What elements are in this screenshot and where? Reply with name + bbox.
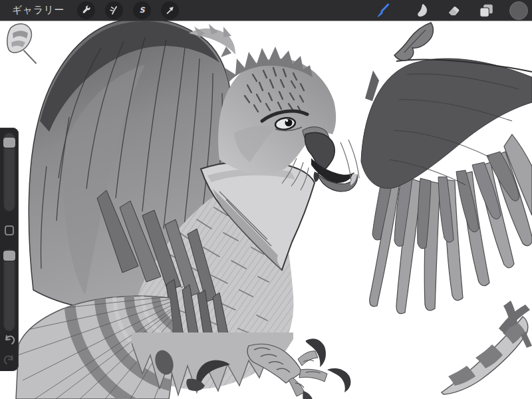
paint-tool-button[interactable] bbox=[374, 2, 391, 19]
redo-button[interactable] bbox=[1, 352, 17, 368]
smudge-finger-icon bbox=[414, 2, 431, 19]
top-toolbar: ギャラリー S bbox=[0, 0, 532, 21]
procreate-window: ギャラリー S bbox=[0, 0, 532, 399]
opacity-handle[interactable] bbox=[3, 251, 15, 261]
drawing-canvas[interactable] bbox=[0, 0, 532, 399]
selection-s-icon: S bbox=[136, 5, 148, 16]
brush-size-handle[interactable] bbox=[3, 138, 15, 148]
paintbrush-icon bbox=[374, 2, 391, 19]
color-swatch-button[interactable] bbox=[509, 1, 528, 20]
actions-button[interactable] bbox=[77, 1, 95, 19]
redo-icon bbox=[2, 353, 17, 368]
magic-wand-icon bbox=[108, 5, 120, 16]
hawk-artwork bbox=[0, 0, 532, 399]
wrench-icon bbox=[80, 5, 92, 16]
layers-icon bbox=[477, 2, 495, 19]
brush-size-slider[interactable] bbox=[3, 132, 15, 211]
undo-button[interactable] bbox=[1, 332, 17, 348]
selection-button[interactable]: S bbox=[133, 1, 151, 19]
transform-arrow-icon bbox=[164, 5, 176, 16]
undo-icon bbox=[2, 333, 17, 348]
toolbar-right-group bbox=[374, 1, 532, 20]
eraser-icon bbox=[446, 3, 462, 19]
gallery-button[interactable]: ギャラリー bbox=[12, 4, 67, 17]
smudge-tool-button[interactable] bbox=[414, 2, 431, 19]
adjustments-button[interactable] bbox=[105, 1, 123, 19]
transform-button[interactable] bbox=[161, 1, 179, 19]
opacity-slider[interactable] bbox=[3, 248, 15, 331]
eraser-tool-button[interactable] bbox=[446, 2, 463, 19]
svg-text:S: S bbox=[139, 5, 145, 15]
brush-sidebar bbox=[0, 128, 19, 371]
toolbar-left-group: ギャラリー S bbox=[0, 1, 179, 19]
layers-button[interactable] bbox=[477, 2, 495, 19]
modify-button[interactable] bbox=[5, 225, 14, 235]
